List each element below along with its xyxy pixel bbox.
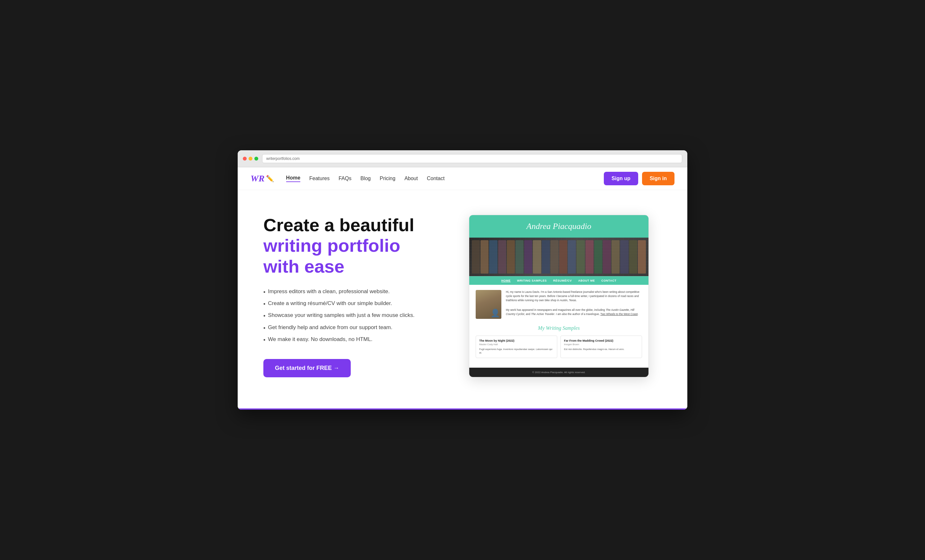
portfolio-nav-resume[interactable]: RÉSUMÉ/CV xyxy=(553,279,572,282)
portfolio-name: Andrea Piacquadio xyxy=(476,221,642,231)
navbar: WR ✏️ Home Features FAQs Blog Pricing Ab… xyxy=(238,167,687,190)
portfolio-nav-writing[interactable]: WRITING SAMPLES xyxy=(517,279,547,282)
nav-pricing[interactable]: Pricing xyxy=(380,176,395,181)
writing-samples-grid: The Moon by Night (2022) Master Cody Hal… xyxy=(476,336,642,358)
portfolio-body: Hi, my name is Laura Davis. I'm a San An… xyxy=(469,285,648,368)
card-1-author: Master Cody Hall xyxy=(479,343,554,346)
signup-button[interactable]: Sign up xyxy=(604,172,638,185)
portfolio-writing-title: My Writing Samples xyxy=(476,325,642,331)
card-2-author: Imogen Bruen xyxy=(564,343,639,346)
bullet-3: Showcase your writing samples with just … xyxy=(264,310,450,322)
nav-home[interactable]: Home xyxy=(286,175,300,182)
nav-links: Home Features FAQs Blog Pricing About Co… xyxy=(286,175,601,182)
address-text: writerportfolios.com xyxy=(266,157,300,161)
portfolio-bio: Hi, my name is Laura Davis. I'm a San An… xyxy=(476,290,642,319)
bio-paragraph: Hi, my name is Laura Davis. I'm a San An… xyxy=(506,290,642,302)
browser-dots xyxy=(243,157,258,161)
hero-title-line3: with ease xyxy=(264,256,344,277)
address-bar[interactable]: writerportfolios.com xyxy=(262,154,682,163)
bullet-1: Impress editors with a clean, profession… xyxy=(264,286,450,298)
pen-icon: ✏️ xyxy=(266,175,274,182)
card-1-title: The Moon by Night (2022) xyxy=(479,339,554,342)
hero-section: Create a beautiful writing portfolio wit… xyxy=(238,190,687,408)
nav-features[interactable]: Features xyxy=(309,176,330,181)
card-2-title: Far From the Madding Crowd (2022) xyxy=(564,339,639,342)
browser-window: writerportfolios.com WR ✏️ Home Features… xyxy=(238,150,687,410)
nav-faqs[interactable]: FAQs xyxy=(339,176,351,181)
portfolio-header: Andrea Piacquadio xyxy=(469,215,648,238)
nav-contact[interactable]: Contact xyxy=(427,176,444,181)
bottom-accent-bar xyxy=(238,408,687,410)
dot-red[interactable] xyxy=(243,157,247,161)
hero-title-line2: writing portfolio xyxy=(264,235,400,256)
logo[interactable]: WR ✏️ xyxy=(250,173,274,184)
writing-card-2: Far From the Madding Crowd (2022) Imogen… xyxy=(560,336,642,358)
bullet-4: Get friendly help and advice from our su… xyxy=(264,322,450,334)
bio-photo xyxy=(476,290,502,319)
portfolio-nav: HOME WRITING SAMPLES RÉSUMÉ/CV ABOUT ME … xyxy=(469,276,648,285)
portfolio-nav-home[interactable]: HOME xyxy=(502,279,511,282)
hero-title: Create a beautiful writing portfolio wit… xyxy=(264,215,450,277)
dot-yellow[interactable] xyxy=(249,157,252,161)
bullet-5: We make it easy. No downloads, no HTML. xyxy=(264,334,450,346)
portfolio-nav-contact[interactable]: CONTACT xyxy=(601,279,616,282)
page-content: WR ✏️ Home Features FAQs Blog Pricing Ab… xyxy=(238,167,687,408)
bookshelf xyxy=(469,238,648,276)
signin-button[interactable]: Sign in xyxy=(642,172,675,185)
nav-actions: Sign up Sign in xyxy=(604,172,675,185)
nav-blog[interactable]: Blog xyxy=(360,176,371,181)
portfolio-preview: Andrea Piacquadio xyxy=(469,215,649,377)
portfolio-nav-about[interactable]: ABOUT ME xyxy=(578,279,595,282)
logo-text: WR xyxy=(250,173,265,184)
dot-green[interactable] xyxy=(255,157,258,161)
bullet-2: Create a writing résumé/CV with our simp… xyxy=(264,298,450,310)
writing-card-1: The Moon by Night (2022) Master Cody Hal… xyxy=(476,336,557,358)
browser-chrome: writerportfolios.com xyxy=(238,150,687,167)
portfolio-footer: © 2022 Andrea Piacquadio. All rights res… xyxy=(469,368,648,377)
hero-bullets: Impress editors with a clean, profession… xyxy=(264,286,450,346)
hero-title-line1: Create a beautiful xyxy=(264,215,414,235)
nav-about[interactable]: About xyxy=(404,176,418,181)
cta-button[interactable]: Get started for FREE → xyxy=(264,359,351,377)
bio-paragraph-2: My work has appeared in newspapers and m… xyxy=(506,308,642,316)
bio-text: Hi, my name is Laura Davis. I'm a San An… xyxy=(506,290,642,319)
hero-content: Create a beautiful writing portfolio wit… xyxy=(264,215,450,377)
card-1-text: Fugit asperiores fuga. Inventore repudia… xyxy=(479,348,554,354)
card-2-text: Est nisi distinctio. Repellendus magni e… xyxy=(564,348,639,351)
portfolio-hero-image xyxy=(469,238,648,276)
